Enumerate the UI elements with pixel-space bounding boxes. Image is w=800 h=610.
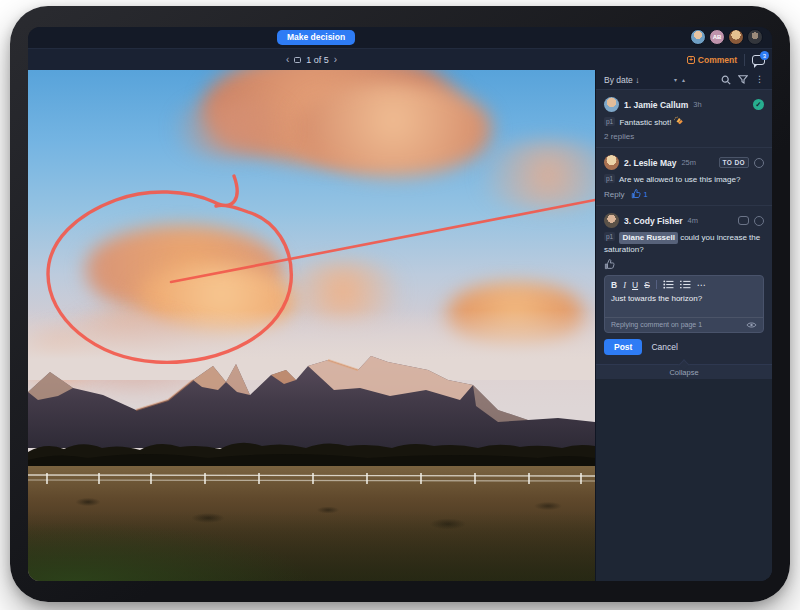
search-icon[interactable] xyxy=(721,75,731,85)
reply-text-input[interactable]: Just towards the horizon? xyxy=(605,292,763,317)
bullet-list-icon[interactable] xyxy=(663,280,674,289)
comment-time: 4m xyxy=(688,216,698,225)
comment-button-label: Comment xyxy=(698,55,737,65)
tablet-frame: Make decision AB ‹ 1 of 5 › xyxy=(10,6,790,602)
clap-emoji-icon xyxy=(674,116,684,126)
comments-sidebar: By date ↓ ▾▴ ⋮ 1. Jamie Callum xyxy=(595,70,772,581)
page-thumbnail-icon xyxy=(294,57,301,63)
post-button[interactable]: Post xyxy=(604,339,642,356)
comment-item-1[interactable]: 1. Jamie Callum 3h ✓ p1 Fantastic shot! xyxy=(596,90,772,148)
page-navigation: ‹ 1 of 5 › xyxy=(28,49,595,71)
comment-author: 3. Cody Fisher xyxy=(624,216,683,226)
mark-done-circle-icon[interactable] xyxy=(754,216,764,226)
more-menu-icon[interactable]: ⋮ xyxy=(755,75,764,84)
comment-text: Fantastic shot! xyxy=(619,118,671,127)
mark-done-circle-icon[interactable] xyxy=(754,158,764,168)
filter-icon[interactable] xyxy=(738,75,748,84)
page-indicator: 1 of 5 xyxy=(306,55,329,65)
avatar xyxy=(604,213,619,228)
page-tag: p1 xyxy=(604,232,615,241)
cancel-button[interactable]: Cancel xyxy=(651,342,677,352)
collapse-expand-carets[interactable]: ▾▴ xyxy=(674,76,685,83)
collaborator-avatars: AB xyxy=(687,29,763,45)
prev-page-icon[interactable]: ‹ xyxy=(286,55,289,65)
mention-chip[interactable]: Diane Russell xyxy=(619,232,677,243)
avatar[interactable] xyxy=(747,29,763,45)
sort-bar: By date ↓ ▾▴ ⋮ xyxy=(596,70,772,90)
collapse-bar[interactable]: Collapse xyxy=(596,364,772,379)
underline-button[interactable]: U xyxy=(632,280,638,290)
comment-time: 25m xyxy=(681,158,696,167)
reply-editor[interactable]: B I U S ⋯ Just towards the horizon? xyxy=(604,275,764,333)
strikethrough-button[interactable]: S xyxy=(644,280,650,290)
editor-more-icon[interactable]: ⋯ xyxy=(697,280,707,290)
reply-context-note: Replying comment on page 1 xyxy=(611,321,702,328)
review-canvas[interactable] xyxy=(28,70,595,581)
comment-item-3[interactable]: 3. Cody Fisher 4m p1 Diane Russell could… xyxy=(596,206,772,364)
italic-button[interactable]: I xyxy=(623,280,626,290)
top-bar: Make decision AB xyxy=(28,27,772,48)
reply-link[interactable]: Reply xyxy=(604,190,624,199)
comment-text: Are we allowed to use this image? xyxy=(619,175,740,184)
numbered-list-icon[interactable] xyxy=(680,280,691,289)
like-button[interactable]: 1 xyxy=(631,189,647,199)
replies-link[interactable]: 2 replies xyxy=(604,132,764,141)
thumbs-up-icon xyxy=(631,189,641,199)
toolbar-right: + Comment 3 xyxy=(687,49,765,71)
page-tag: p1 xyxy=(604,174,615,183)
bold-button[interactable]: B xyxy=(611,280,617,290)
avatar[interactable] xyxy=(690,29,706,45)
comment-item-2[interactable]: 2. Leslie May 25m TO DO p1 Are we allowe… xyxy=(596,148,772,206)
comment-plus-icon: + xyxy=(687,56,695,64)
resolved-check-icon[interactable]: ✓ xyxy=(753,99,764,110)
chat-panel-icon[interactable]: 3 xyxy=(752,55,765,65)
annotation-link-icon[interactable] xyxy=(738,216,749,225)
divider xyxy=(744,54,745,66)
chat-count-badge: 3 xyxy=(760,51,769,60)
editor-footer: Replying comment on page 1 xyxy=(605,317,763,332)
avatar[interactable] xyxy=(728,29,744,45)
annotation-layer xyxy=(28,70,595,581)
todo-badge[interactable]: TO DO xyxy=(719,157,749,168)
comment-time: 3h xyxy=(693,100,701,109)
comment-author: 2. Leslie May xyxy=(624,158,676,168)
annotation-circle[interactable] xyxy=(48,176,291,362)
avatar-initials[interactable]: AB xyxy=(709,29,725,45)
canvas-toolbar: ‹ 1 of 5 › + Comment 3 xyxy=(28,48,772,70)
annotation-connector-line[interactable] xyxy=(171,200,595,282)
comment-author: 1. Jamie Callum xyxy=(624,100,688,110)
sort-by-date-dropdown[interactable]: By date ↓ xyxy=(604,75,639,85)
visibility-eye-icon[interactable] xyxy=(746,321,757,329)
like-count: 1 xyxy=(643,190,647,199)
app-screen: Make decision AB ‹ 1 of 5 › xyxy=(28,27,772,581)
add-comment-button[interactable]: + Comment xyxy=(687,55,737,65)
avatar xyxy=(604,155,619,170)
editor-toolbar: B I U S ⋯ xyxy=(605,276,763,292)
page-tag: p1 xyxy=(604,117,615,126)
sidebar-empty-area xyxy=(596,379,772,581)
make-decision-button[interactable]: Make decision xyxy=(277,30,355,45)
next-page-icon[interactable]: › xyxy=(334,55,337,65)
mockup-stage: Make decision AB ‹ 1 of 5 › xyxy=(0,0,800,610)
avatar xyxy=(604,97,619,112)
collapse-label: Collapse xyxy=(669,368,698,377)
divider xyxy=(656,280,657,289)
thumbs-up-icon[interactable] xyxy=(604,259,615,270)
